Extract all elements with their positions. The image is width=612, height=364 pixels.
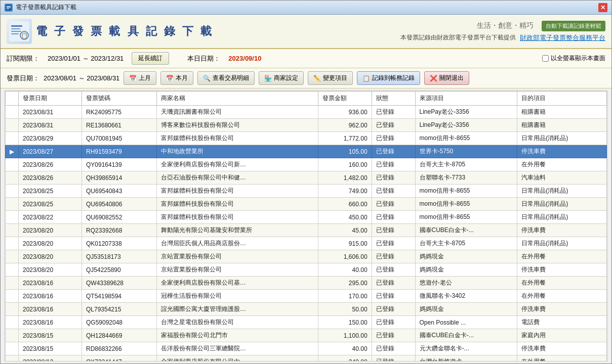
table-row[interactable]: 2023/08/15QH12844669家福股份有限公司北門市1,100.00已…	[6, 329, 607, 342]
row-source: 媽媽現金	[415, 250, 517, 263]
row-status: 已登錄	[372, 145, 415, 158]
store-icon: 🏪	[264, 75, 272, 82]
table-row[interactable]: 2023/08/12QX73341447全家便利商店股份有限公司由…240.00…	[6, 355, 607, 362]
row-arrow	[6, 198, 19, 211]
table-row[interactable]: 2023/08/16QG59092048台灣之星電信股份有限公司150.00已登…	[6, 316, 607, 329]
table-row[interactable]: 2023/08/25QU69540843富邦媒體科技股份有限公司749.00已登…	[6, 185, 607, 198]
row-dest: 在外用餐	[517, 158, 607, 171]
calendar-icon2: 📅	[166, 75, 174, 82]
row-merchant: 天璣資訊圖書有限公司	[156, 106, 318, 119]
row-dest: 汽車油料	[517, 171, 607, 185]
row-merchant: 富邦媒體科技股份有限公司	[156, 132, 318, 145]
row-date: 2023/08/16	[19, 316, 82, 329]
prev-month-button[interactable]: 📅 上月	[124, 71, 156, 85]
row-amount: 295.00	[318, 277, 372, 290]
invoice-table-container[interactable]: 發票日期 發票號碼 商家名稱 發票金額 狀態 來源項目 目的項目 2023/08…	[5, 90, 607, 361]
row-dest: 在外用餐	[517, 290, 607, 303]
table-row[interactable]: 2023/08/20RQ23392668舞動陽光有限公司基隆安和營業所45.00…	[6, 224, 607, 237]
search-icon: 🔍	[203, 75, 211, 82]
view-detail-button[interactable]: 🔍 查看交易明細	[197, 71, 255, 85]
row-code: QU69082552	[81, 211, 156, 224]
svg-rect-1	[7, 6, 11, 7]
table-row[interactable]: 2023/08/16QW43389628全家便利商店股份有限公司基…295.00…	[6, 277, 607, 290]
row-dest: 日常用品(消耗品)	[517, 211, 607, 224]
table-row[interactable]: 2023/08/31RE13680661博客來數位科技股份有限公司962.00已…	[6, 119, 607, 132]
row-code: RH91593479	[81, 145, 156, 158]
merchant-setting-button[interactable]: 🏪 商家設定	[259, 71, 304, 85]
row-arrow	[6, 342, 19, 355]
ministry-link[interactable]: 財政部電子發票整合服務平台	[520, 33, 605, 42]
close-exit-button[interactable]: ❌ 關閉退出	[424, 71, 469, 85]
row-code: QJ53518173	[81, 250, 156, 263]
row-dest: 停洗車費	[517, 145, 607, 158]
row-dest: 在外用餐	[517, 250, 607, 263]
close-icon: ❌	[430, 75, 437, 82]
table-row[interactable]: 2023/08/26QH39865914台亞石油股份有限公司中和健…1,482.…	[6, 171, 607, 185]
row-code: QT54198594	[81, 290, 156, 303]
invoice-table: 發票日期 發票號碼 商家名稱 發票金額 狀態 來源項目 目的項目 2023/08…	[5, 91, 607, 361]
this-month-button[interactable]: 📅 本月	[160, 71, 193, 85]
row-arrow	[6, 185, 19, 198]
row-amount: 1,482.00	[318, 171, 372, 185]
row-merchant: 台灣之星電信股份有限公司	[156, 316, 318, 329]
row-source: 微風聯名卡-3402	[415, 290, 517, 303]
row-arrow: ▶	[6, 145, 19, 158]
row-date: 2023/08/29	[19, 132, 82, 145]
row-date: 2023/08/31	[19, 119, 82, 132]
tagline: 生活・創意・精巧	[477, 21, 534, 30]
calendar-icon: 📅	[129, 75, 137, 82]
table-row[interactable]: 2023/08/25QU69540806富邦媒體科技股份有限公司660.00已登…	[6, 198, 607, 211]
table-row[interactable]: 2023/08/16QT54198594冠樺生活股份有限公司170.00已登錄微…	[6, 290, 607, 303]
row-merchant: 富邦媒體科技股份有限公司	[156, 185, 318, 198]
row-date: 2023/08/25	[19, 198, 82, 211]
table-row[interactable]: 2023/08/22QU69082552富邦媒體科技股份有限公司450.00已登…	[6, 211, 607, 224]
extend-button[interactable]: 延長續訂	[132, 52, 169, 65]
table-row[interactable]: 2023/08/31RK24095775天璣資訊圖書有限公司936.00已登錄L…	[6, 106, 607, 119]
row-arrow	[6, 329, 19, 342]
row-date: 2023/08/12	[19, 355, 82, 362]
auto-download-badge: 自動下載讓記錄更輕鬆	[542, 21, 605, 31]
row-status: 已登錄	[372, 211, 415, 224]
table-row[interactable]: 2023/08/20QK01207338台灣屈臣氏個人用品商店股份…915.00…	[6, 237, 607, 250]
row-status: 已登錄	[372, 106, 415, 119]
table-row[interactable]: 2023/08/26QY09164139全家便利商店股份有限公司新…160.00…	[6, 158, 607, 171]
table-row[interactable]: 2023/08/16QL79354215誼光國際公寓大廈管理維護股…50.00已…	[6, 303, 607, 316]
row-date: 2023/08/20	[19, 224, 82, 237]
record-button[interactable]: 📋 記錄到帳務記錄	[357, 71, 420, 85]
row-amount: 450.00	[318, 211, 372, 224]
table-row[interactable]: 2023/08/29QU70081945富邦媒體科技股份有限公司1,772.00…	[6, 132, 607, 145]
row-amount: 240.00	[318, 355, 372, 362]
row-arrow	[6, 132, 19, 145]
row-code: QX73341447	[81, 355, 156, 362]
table-row[interactable]: 2023/08/15RD86832266岳洋股份有限公司三軍總醫院…40.00已…	[6, 342, 607, 355]
fullscreen-checkbox[interactable]: 以全螢幕顯示本畫面	[542, 54, 605, 63]
row-amount: 50.00	[318, 303, 372, 316]
change-item-button[interactable]: ✏️ 變更項目	[308, 71, 353, 85]
table-header-row: 發票日期 發票號碼 商家名稱 發票金額 狀態 來源項目 目的項目	[6, 92, 607, 106]
row-source: momo信用卡-8655	[415, 132, 517, 145]
sub-label: 訂閱期限：	[7, 54, 39, 63]
row-date: 2023/08/26	[19, 171, 82, 185]
col-arrow	[6, 92, 19, 106]
table-row[interactable]: 2023/08/20QJ54225890京站置業股份有限公司40.00已登錄媽媽…	[6, 263, 607, 277]
table-row[interactable]: 2023/08/20QJ53518173京站置業股份有限公司1,606.00已登…	[6, 250, 607, 263]
row-merchant: 岳洋股份有限公司三軍總醫院…	[156, 342, 318, 355]
col-dest: 目的項目	[517, 92, 607, 106]
row-merchant: 全家便利商店股份有限公司基…	[156, 277, 318, 290]
row-dest: 日常用品(消耗品)	[517, 132, 607, 145]
today-label: 本日日期：	[187, 54, 220, 63]
table-row[interactable]: ▶2023/08/27RH91593479中和地政營業所105.00已登錄世界卡…	[6, 145, 607, 158]
row-dest: 租購書籍	[517, 119, 607, 132]
row-source: LinePay老公-3356	[415, 106, 517, 119]
row-code: QU69540806	[81, 198, 156, 211]
row-merchant: 京站置業股份有限公司	[156, 250, 318, 263]
row-code: QK01207338	[81, 237, 156, 250]
logo-icon: 📋	[7, 19, 32, 44]
row-dest: 在外用餐	[517, 277, 607, 290]
row-date: 2023/08/25	[19, 185, 82, 198]
close-button[interactable]: ✕	[598, 3, 607, 12]
row-amount: 749.00	[318, 185, 372, 198]
row-date: 2023/08/27	[19, 145, 82, 158]
row-merchant: 中和地政營業所	[156, 145, 318, 158]
ministry-info: 本發票記錄由財政部電子發票平台下載提供	[400, 33, 516, 42]
